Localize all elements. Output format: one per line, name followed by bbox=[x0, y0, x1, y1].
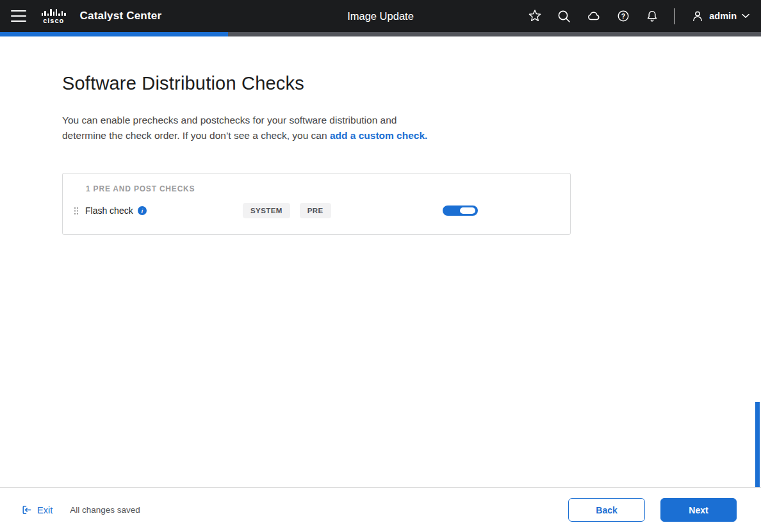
page-title: Image Update bbox=[347, 10, 414, 22]
check-tags: SYSTEM PRE bbox=[243, 203, 331, 218]
user-name: admin bbox=[709, 11, 737, 21]
check-name: Flash check bbox=[85, 206, 133, 216]
exit-button[interactable]: Exit bbox=[20, 504, 53, 516]
exit-label: Exit bbox=[37, 505, 53, 515]
topbar-divider bbox=[675, 8, 676, 24]
description-line1: You can enable prechecks and postchecks … bbox=[62, 115, 397, 125]
checks-card: 1 PRE AND POST CHECKS Flash check i SYST… bbox=[62, 173, 571, 235]
progress-fill bbox=[0, 32, 228, 36]
check-name-area: Flash check i bbox=[74, 206, 243, 216]
bell-icon[interactable] bbox=[646, 10, 659, 22]
save-status: All changes saved bbox=[70, 505, 140, 515]
cisco-logo-bars bbox=[42, 8, 66, 16]
top-bar: cisco Catalyst Center Image Update ? bbox=[0, 0, 761, 32]
tag-system: SYSTEM bbox=[243, 203, 290, 218]
page-heading: Software Distribution Checks bbox=[62, 73, 761, 94]
menu-icon[interactable] bbox=[11, 10, 28, 22]
star-icon[interactable] bbox=[528, 10, 541, 22]
chevron-down-icon bbox=[742, 13, 749, 19]
help-icon[interactable]: ? bbox=[617, 10, 630, 22]
scrollbar-thumb[interactable] bbox=[755, 402, 760, 487]
footer-actions: Back Next bbox=[568, 498, 737, 522]
description-line2: determine the check order. If you don’t … bbox=[62, 130, 330, 141]
main-content: Software Distribution Checks You can ena… bbox=[0, 73, 761, 235]
topbar-actions: ? admin bbox=[528, 8, 749, 24]
cisco-logo-text: cisco bbox=[43, 17, 64, 24]
toggle-knob bbox=[460, 207, 475, 214]
search-icon[interactable] bbox=[557, 10, 571, 23]
exit-icon bbox=[20, 504, 33, 516]
next-button[interactable]: Next bbox=[660, 498, 737, 522]
cloud-icon[interactable] bbox=[587, 10, 601, 22]
page: cisco Catalyst Center Image Update ? bbox=[0, 0, 761, 532]
back-button[interactable]: Back bbox=[568, 498, 645, 522]
cisco-logo: cisco bbox=[42, 8, 66, 24]
check-row: Flash check i SYSTEM PRE bbox=[74, 203, 570, 218]
user-menu[interactable]: admin bbox=[691, 10, 749, 22]
check-toggle[interactable] bbox=[443, 206, 478, 216]
checks-card-header: 1 PRE AND POST CHECKS bbox=[86, 184, 570, 193]
tag-pre: PRE bbox=[300, 203, 331, 218]
svg-text:?: ? bbox=[621, 12, 625, 20]
add-custom-check-link[interactable]: add a custom check. bbox=[330, 130, 427, 141]
description: You can enable prechecks and postchecks … bbox=[62, 113, 472, 143]
info-icon[interactable]: i bbox=[138, 206, 147, 215]
drag-handle-icon[interactable] bbox=[74, 207, 79, 215]
user-icon bbox=[691, 10, 704, 22]
brand-title: Catalyst Center bbox=[80, 10, 162, 22]
progress-bar bbox=[0, 32, 761, 36]
footer: Exit All changes saved Back Next bbox=[0, 487, 761, 532]
